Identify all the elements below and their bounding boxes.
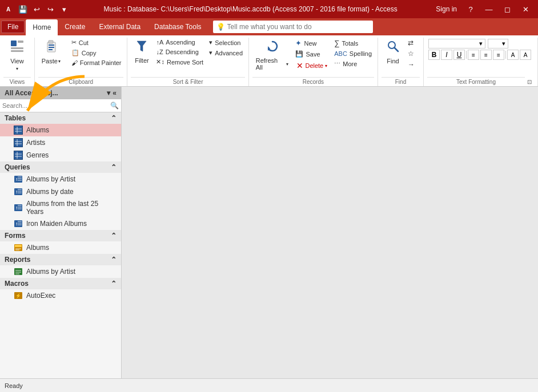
underline-button[interactable]: U	[453, 50, 465, 60]
forms-section-header[interactable]: Forms ⌃	[0, 230, 121, 241]
spelling-icon: ABC	[334, 50, 347, 57]
align-left-button[interactable]: ≡	[468, 50, 479, 60]
tables-collapse-icon: ⌃	[111, 114, 117, 122]
font-size-selector[interactable]: ▾	[488, 39, 508, 49]
align-center-button[interactable]: ≡	[480, 50, 492, 60]
nav-search-icon: 🔍	[110, 102, 119, 110]
menu-file[interactable]: File	[1, 21, 25, 33]
nav-item-albums-table[interactable]: Albums	[0, 124, 121, 136]
menu-bar: File Home Create External Data Database …	[0, 18, 538, 35]
status-bar: Ready	[0, 378, 538, 392]
menu-create[interactable]: Create	[58, 18, 92, 35]
access-logo-icon: A	[5, 5, 14, 14]
spelling-button[interactable]: ABC Spelling	[332, 49, 374, 58]
menu-external-data[interactable]: External Data	[92, 18, 147, 35]
reports-section-header[interactable]: Reports ⌃	[0, 254, 121, 265]
background-color-button[interactable]: A	[507, 50, 519, 60]
advanced-icon: ▾	[209, 49, 212, 56]
title-bar: A 💾 ↩ ↪ ▾ Music : Database- C:\Users\Fre…	[0, 0, 538, 18]
ribbon-search-box[interactable]: 💡	[213, 21, 373, 33]
find-icon	[387, 40, 399, 56]
filter-label: Filter	[135, 57, 148, 64]
cut-button[interactable]: ✂ Cut	[69, 38, 124, 47]
replace-button[interactable]: ⇄	[405, 38, 417, 48]
nav-item-iron-maiden-query[interactable]: ! Iron Maiden Albums	[0, 217, 121, 230]
align-right-button[interactable]: ≡	[493, 50, 504, 60]
nav-search-bar: 🔍	[0, 99, 121, 112]
more-button[interactable]: ⋯ More	[332, 59, 374, 68]
text-formatting-expand-icon[interactable]: ⊡	[525, 79, 534, 85]
ascending-button[interactable]: ↑A Ascending	[154, 38, 206, 47]
nav-pane-menu-icon[interactable]: ▾	[107, 89, 110, 97]
descending-button[interactable]: ↓Z Descending	[154, 47, 206, 56]
nav-item-albums-by-artist-query[interactable]: ! Albums by Artist	[0, 173, 121, 185]
paste-button[interactable]: Paste ▾	[38, 38, 64, 67]
nav-item-genres-table[interactable]: Genres	[0, 149, 121, 161]
bold-button[interactable]: B	[428, 50, 440, 60]
nav-item-albums-form[interactable]: Albums	[0, 241, 121, 254]
nav-pane-header[interactable]: All Access Obj... ▾ «	[0, 87, 121, 99]
format-painter-icon: 🖌	[71, 59, 78, 66]
font-size-dropdown-icon: ▾	[502, 40, 505, 47]
undo-icon[interactable]: ↩	[32, 5, 41, 14]
menu-home[interactable]: Home	[26, 19, 58, 35]
clipboard-small-buttons: ✂ Cut 📋 Copy 🖌 Format Painter	[69, 38, 124, 67]
copy-button[interactable]: 📋 Copy	[69, 48, 124, 58]
format-painter-button[interactable]: 🖌 Format Painter	[69, 58, 124, 67]
svg-text:A: A	[6, 6, 10, 13]
new-record-button[interactable]: ✦ New	[293, 38, 331, 49]
refresh-dropdown-icon: ▾	[286, 62, 288, 67]
selection-button[interactable]: ▾ Selection	[207, 38, 245, 47]
menu-database-tools[interactable]: Database Tools	[147, 18, 208, 35]
advanced-button[interactable]: ▾ Advanced	[207, 48, 245, 58]
svg-rect-20	[15, 139, 22, 146]
queries-section-header[interactable]: Queries ⌃	[0, 161, 121, 173]
nav-search-input[interactable]	[2, 102, 108, 109]
help-button[interactable]: ?	[463, 1, 479, 17]
ribbon-group-find-label: Find	[382, 77, 420, 86]
close-button[interactable]: ✕	[517, 1, 533, 17]
view-button[interactable]: View ▾	[3, 38, 31, 74]
signin-button[interactable]: Sign in	[432, 4, 460, 14]
view-dropdown-icon: ▾	[16, 66, 18, 71]
macros-label: Macros	[5, 280, 29, 288]
macros-section-header[interactable]: Macros ⌃	[0, 278, 121, 289]
nav-item-albums-by-date-query[interactable]: ! Albums by date	[0, 185, 121, 198]
italic-button[interactable]: I	[441, 50, 452, 60]
nav-item-artists-table[interactable]: Artists	[0, 136, 121, 149]
svg-text:!: !	[16, 190, 17, 194]
ribbon-group-sort-filter-label: Sort & Filter	[131, 77, 244, 86]
save-icon[interactable]: 💾	[18, 5, 27, 14]
font-selector[interactable]: ▾	[428, 39, 485, 49]
content-area	[122, 87, 538, 378]
tables-section-header[interactable]: Tables ⌃	[0, 112, 121, 124]
ribbon-search-input[interactable]	[227, 23, 370, 31]
replace-icon: ⇄	[408, 39, 413, 47]
nav-pane-collapse-icon[interactable]: «	[113, 89, 117, 97]
totals-spelling-more: ∑ Totals ABC Spelling ⋯ More	[332, 38, 374, 68]
svg-rect-4	[11, 47, 23, 49]
goto-button[interactable]: →	[405, 59, 417, 70]
totals-button[interactable]: ∑ Totals	[332, 38, 374, 49]
restore-button[interactable]: ◻	[499, 1, 515, 17]
nav-item-albums-last-25-query[interactable]: ! Albums from the last 25 Years	[0, 198, 121, 217]
refresh-all-button[interactable]: Refresh All ▾	[252, 38, 292, 73]
table-icon-genres	[14, 151, 23, 160]
svg-rect-9	[49, 47, 54, 48]
save-record-button[interactable]: 💾 Save	[293, 49, 331, 59]
select-button[interactable]: ☆	[405, 49, 417, 59]
redo-icon[interactable]: ↪	[46, 5, 55, 14]
status-text: Ready	[5, 382, 23, 389]
font-color-button[interactable]: A	[520, 50, 531, 60]
find-button[interactable]: Find	[382, 38, 404, 67]
nav-item-autoexec-macro[interactable]: ⚡ AutoExec	[0, 289, 121, 302]
remove-sort-button[interactable]: ✕↕ Remove Sort	[154, 57, 206, 67]
minimize-button[interactable]: —	[481, 1, 497, 17]
delete-button[interactable]: ✕ Delete ▾	[293, 59, 331, 72]
quick-access-dropdown-icon[interactable]: ▾	[59, 5, 69, 14]
filter-button[interactable]: Filter	[131, 38, 152, 66]
ascending-icon: ↑A	[156, 39, 163, 46]
paste-label: Paste	[42, 58, 58, 64]
nav-item-albums-by-artist-report[interactable]: Albums by Artist	[0, 265, 121, 278]
sort-filter-small-buttons: ↑A Ascending ↓Z Descending ✕↕ Remove Sor…	[154, 38, 206, 67]
